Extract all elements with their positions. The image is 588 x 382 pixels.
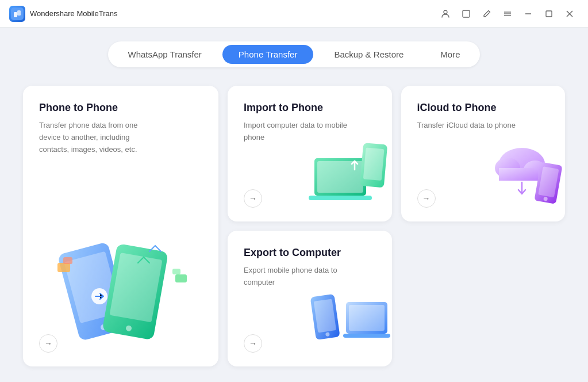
svg-rect-41 (343, 334, 390, 338)
svg-rect-19 (57, 263, 70, 272)
tab-more[interactable]: More (424, 45, 476, 64)
svg-rect-20 (63, 257, 72, 264)
svg-rect-21 (175, 274, 187, 282)
svg-point-3 (444, 10, 447, 14)
card-import-to-phone[interactable]: Import to Phone Import computer data to … (228, 86, 392, 221)
icloud-illustration (479, 141, 565, 216)
svg-rect-40 (349, 305, 385, 331)
svg-rect-25 (309, 196, 372, 200)
title-bar-controls (436, 5, 579, 23)
title-bar-left: Wondershare MobileTrans (9, 6, 117, 22)
edit-button[interactable] (478, 5, 496, 23)
title-bar: Wondershare MobileTrans (0, 0, 588, 28)
svg-rect-4 (463, 10, 470, 17)
card-export-title: Export to Computer (244, 247, 376, 259)
card-import-title: Import to Phone (244, 102, 376, 114)
cards-grid: Phone to Phone Transfer phone data from … (23, 86, 565, 366)
svg-rect-2 (17, 10, 21, 16)
svg-rect-22 (172, 269, 180, 274)
main-content: WhatsApp Transfer Phone Transfer Backup … (0, 28, 588, 382)
svg-rect-1 (14, 12, 17, 17)
menu-button[interactable] (498, 5, 517, 23)
card-phone-to-phone[interactable]: Phone to Phone Transfer phone data from … (23, 86, 218, 366)
close-button[interactable] (560, 5, 579, 23)
tab-whatsapp-transfer[interactable]: WhatsApp Transfer (112, 45, 217, 64)
card-icloud-title: iCloud to Phone (417, 102, 549, 114)
card-export-arrow[interactable]: → (244, 334, 262, 353)
import-illustration (306, 141, 392, 216)
app-title: Wondershare MobileTrans (30, 9, 117, 18)
card-icloud-to-phone[interactable]: iCloud to Phone Transfer iCloud data to … (401, 86, 566, 221)
export-illustration (306, 286, 392, 361)
minimize-button[interactable] (519, 5, 537, 23)
svg-rect-31 (499, 168, 538, 181)
card-export-to-computer[interactable]: Export to Computer Export mobile phone d… (228, 231, 392, 366)
svg-rect-9 (546, 11, 552, 17)
svg-rect-24 (317, 161, 363, 193)
card-phone-to-phone-title: Phone to Phone (39, 102, 202, 114)
tab-phone-transfer[interactable]: Phone Transfer (222, 45, 314, 64)
svg-rect-27 (363, 147, 384, 181)
card-phone-to-phone-desc: Transfer phone data from one device to a… (39, 120, 154, 155)
card-phone-to-phone-arrow[interactable]: → (39, 334, 57, 353)
tab-backup-restore[interactable]: Backup & Restore (318, 45, 420, 64)
nav-tabs: WhatsApp Transfer Phone Transfer Backup … (108, 41, 479, 67)
square-button[interactable] (457, 5, 475, 23)
app-icon (9, 6, 25, 22)
card-import-arrow[interactable]: → (244, 189, 262, 208)
card-icloud-desc: Transfer iCloud data to phone (417, 120, 532, 132)
card-export-desc: Export mobile phone data to computer (244, 265, 359, 289)
card-icloud-arrow[interactable]: → (417, 189, 436, 208)
phone-to-phone-illustration (34, 217, 207, 332)
maximize-button[interactable] (540, 5, 558, 23)
profile-button[interactable] (436, 5, 455, 23)
card-import-desc: Import computer data to mobile phone (244, 120, 359, 144)
